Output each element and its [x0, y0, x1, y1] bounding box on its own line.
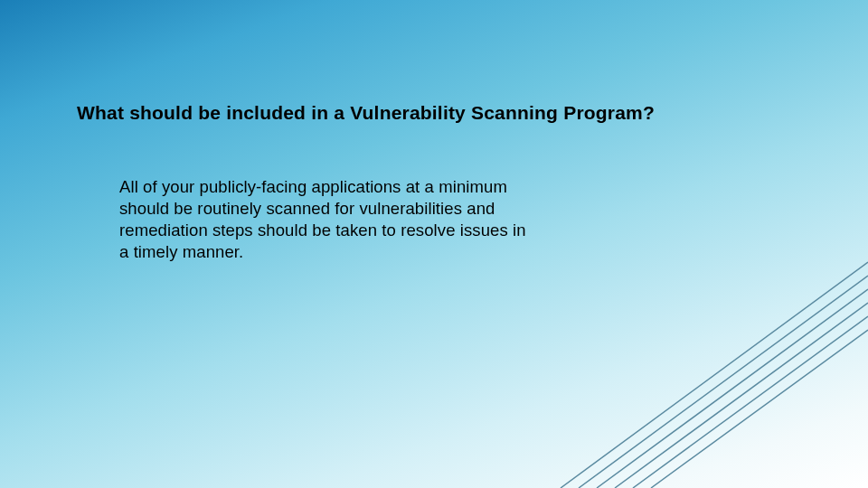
svg-line-4	[633, 316, 868, 488]
svg-line-2	[597, 289, 868, 488]
decorative-diagonal-lines	[488, 217, 868, 488]
svg-line-0	[561, 262, 868, 488]
svg-line-3	[615, 303, 868, 488]
presentation-slide: What should be included in a Vulnerabili…	[0, 0, 868, 488]
slide-body-text: All of your publicly-facing applications…	[119, 176, 526, 263]
slide-title: What should be included in a Vulnerabili…	[77, 102, 655, 124]
svg-line-5	[651, 330, 868, 488]
svg-line-1	[579, 276, 868, 488]
